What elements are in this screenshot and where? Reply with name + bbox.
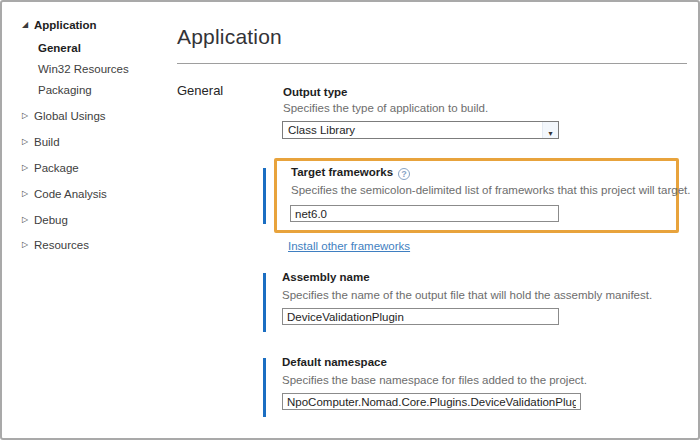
- sidebar-item-global-usings[interactable]: ▷ Global Usings: [2, 108, 174, 124]
- sidebar-item-label: Resources: [34, 237, 89, 253]
- chevron-down-icon: ▾: [548, 129, 552, 138]
- assembly-name-accent-bar: [263, 273, 266, 332]
- target-frameworks-label: Target frameworks?: [291, 166, 410, 180]
- expand-collapse-icon[interactable]: ◢: [19, 17, 31, 33]
- assembly-name-description: Specifies the name of the output file th…: [282, 289, 652, 301]
- assembly-name-input[interactable]: [282, 308, 559, 325]
- sidebar-item-label: Application: [34, 17, 97, 33]
- expand-collapse-icon[interactable]: ▷: [19, 237, 31, 253]
- default-namespace-description: Specifies the base namespace for files a…: [282, 374, 587, 386]
- expand-collapse-icon[interactable]: ▷: [19, 134, 31, 150]
- sidebar-item-application[interactable]: ◢ Application: [2, 17, 174, 33]
- sidebar-item-debug[interactable]: ▷ Debug: [2, 212, 174, 228]
- sidebar-item-label: Debug: [34, 212, 68, 228]
- sidebar-item-package[interactable]: ▷ Package: [2, 160, 174, 176]
- sidebar-item-general[interactable]: General: [2, 40, 174, 56]
- sidebar-item-label: Build: [34, 134, 60, 150]
- target-frameworks-label-text: Target frameworks: [291, 166, 393, 178]
- target-frameworks-input[interactable]: [290, 205, 559, 222]
- install-other-frameworks-link[interactable]: Install other frameworks: [288, 240, 410, 252]
- project-properties-window: ◢ Application General Win32 Resources Pa…: [0, 0, 700, 440]
- expand-collapse-icon[interactable]: ▷: [19, 212, 31, 228]
- sidebar-item-label: Code Analysis: [34, 186, 107, 202]
- expand-collapse-icon[interactable]: ▷: [19, 186, 31, 202]
- dropdown-button[interactable]: ▾: [542, 122, 558, 138]
- sidebar-item-label: Global Usings: [34, 108, 106, 124]
- target-frameworks-description: Specifies the semicolon-delimited list o…: [291, 184, 690, 196]
- help-icon[interactable]: ?: [398, 168, 410, 180]
- settings-nav-tree: ◢ Application General Win32 Resources Pa…: [2, 2, 174, 438]
- expand-collapse-icon[interactable]: ▷: [19, 160, 31, 176]
- page-title: Application: [177, 25, 282, 49]
- default-namespace-input[interactable]: [282, 393, 581, 410]
- sidebar-item-label: Package: [34, 160, 79, 176]
- output-type-description: Specifies the type of application to bui…: [283, 102, 488, 114]
- output-type-label: Output type: [283, 86, 348, 98]
- sidebar-item-label: General: [38, 40, 81, 56]
- sidebar-item-packaging[interactable]: Packaging: [2, 82, 174, 98]
- default-namespace-label: Default namespace: [282, 356, 387, 368]
- sidebar-item-label: Win32 Resources: [38, 61, 129, 77]
- default-namespace-accent-bar: [263, 358, 266, 417]
- sidebar-item-win32-resources[interactable]: Win32 Resources: [2, 61, 174, 77]
- target-frameworks-accent-bar: [263, 168, 266, 224]
- assembly-name-label: Assembly name: [282, 271, 370, 283]
- title-divider: [177, 63, 687, 64]
- expand-collapse-icon[interactable]: ▷: [19, 108, 31, 124]
- sidebar-item-build[interactable]: ▷ Build: [2, 134, 174, 150]
- section-heading-general: General: [177, 83, 223, 98]
- output-type-selected-value: Class Library: [288, 122, 355, 138]
- sidebar-item-label: Packaging: [38, 82, 92, 98]
- sidebar-item-resources[interactable]: ▷ Resources: [2, 237, 174, 253]
- output-type-dropdown[interactable]: Class Library ▾: [282, 121, 559, 139]
- sidebar-item-code-analysis[interactable]: ▷ Code Analysis: [2, 186, 174, 202]
